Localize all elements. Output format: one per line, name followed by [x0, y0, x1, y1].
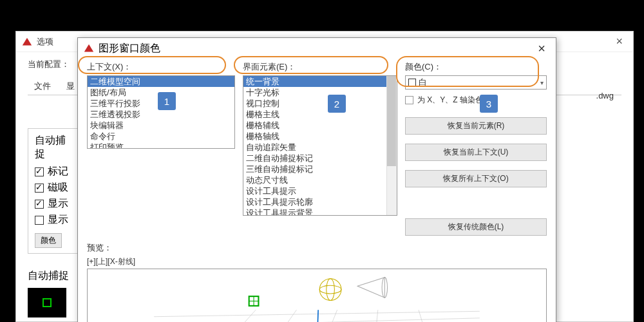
options-close-icon[interactable]: ×: [611, 35, 628, 48]
svg-line-7: [310, 310, 337, 322]
cb-mark-row[interactable]: 标记: [35, 165, 71, 178]
color-swatch-icon: [408, 79, 416, 86]
restore-button[interactable]: 恢复当前上下文(U): [405, 144, 547, 161]
cb-magnet-row[interactable]: 磁吸: [35, 181, 71, 194]
list-item[interactable]: 动态尺寸线: [243, 175, 397, 185]
cb-show2-label: 显示: [48, 213, 68, 227]
list-item[interactable]: 栅格轴线: [243, 131, 397, 142]
cb-show2-row[interactable]: 显示: [35, 213, 71, 227]
badge-1: 1: [158, 92, 176, 110]
badge-2: 2: [328, 95, 346, 113]
svg-line-8: [371, 310, 378, 322]
app-icon: [21, 36, 33, 48]
options-title: 选项: [37, 36, 53, 48]
svg-line-0: [154, 311, 480, 316]
list-item[interactable]: 十字光标: [243, 87, 397, 98]
scrollbar[interactable]: [386, 76, 397, 215]
autosnap-title: 自动捕捉: [35, 134, 71, 161]
list-item[interactable]: 三维自动捕捉标记: [243, 164, 397, 175]
app-icon: [83, 43, 95, 54]
badge-3: 3: [480, 95, 498, 113]
cb-show1-row[interactable]: 显示: [35, 197, 71, 211]
color-dialog-title: 图形窗口颜色: [99, 42, 160, 55]
color-label: 颜色(C)：: [405, 61, 547, 73]
preview-label: 预览：: [87, 242, 547, 254]
color-value: 白: [419, 77, 427, 88]
snap-preview: [28, 288, 66, 317]
cb-magnet-label: 磁吸: [48, 181, 68, 194]
checkbox-icon[interactable]: [405, 96, 413, 104]
restore-button[interactable]: 恢复所有上下文(O): [405, 170, 547, 187]
list-item[interactable]: 二维自动捕捉标记: [243, 153, 397, 164]
svg-point-15: [327, 279, 335, 301]
chevron-down-icon: ▾: [540, 79, 544, 86]
element-listbox[interactable]: 统一背景十字光标视口控制栅格主线栅格辅线栅格轴线自动追踪矢量二维自动捕捉标记三维…: [243, 75, 397, 216]
color-dialog: 图形窗口颜色 × 上下文(X)： 二维模型空间图纸/布局三维平行投影三维透视投影…: [77, 37, 556, 322]
scroll-thumb[interactable]: [387, 76, 396, 166]
color-body: 上下文(X)： 二维模型空间图纸/布局三维平行投影三维透视投影块编辑器命令行打印…: [78, 59, 556, 322]
list-item[interactable]: 统一背景: [243, 76, 397, 87]
tint-row[interactable]: 为 X、Y、Z 轴染色(T): [405, 95, 547, 106]
preview-svg: [88, 269, 546, 322]
svg-line-19: [317, 310, 318, 322]
list-item[interactable]: 栅格辅线: [243, 120, 397, 131]
svg-line-9: [419, 310, 439, 322]
context-label: 上下文(X)：: [87, 61, 235, 73]
checkbox-icon[interactable]: [35, 200, 44, 209]
close-icon[interactable]: ×: [533, 41, 551, 56]
restore-button[interactable]: 恢复传统颜色(L): [405, 218, 547, 236]
element-label: 界面元素(E)：: [243, 61, 397, 73]
list-item[interactable]: 命令行: [88, 131, 234, 142]
restore-button[interactable]: 恢复当前元素(R): [405, 117, 547, 135]
list-item[interactable]: 视口控制: [243, 98, 397, 109]
svg-point-13: [319, 279, 341, 301]
svg-line-6: [249, 310, 297, 322]
checkbox-icon[interactable]: [35, 184, 44, 193]
preview-canvas: [87, 269, 547, 322]
list-item[interactable]: 二维模型空间: [88, 76, 234, 87]
dwg-hint: .dwg: [596, 91, 614, 100]
color-combo[interactable]: 白 ▾: [405, 75, 547, 90]
autosnap-group: 自动捕捉 标记 磁吸 显示 显示 颜色: [28, 128, 78, 254]
snap-marker-icon: [43, 298, 52, 307]
list-item[interactable]: 栅格主线: [243, 109, 397, 120]
list-item[interactable]: 块编辑器: [88, 120, 234, 131]
svg-point-14: [319, 285, 341, 294]
svg-line-1: [154, 318, 480, 322]
list-item[interactable]: 设计工具提示轮廓: [243, 196, 397, 207]
color-button[interactable]: 颜色: [35, 233, 62, 248]
color-titlebar: 图形窗口颜色 ×: [78, 38, 556, 59]
checkbox-icon[interactable]: [35, 216, 44, 225]
list-item[interactable]: 设计工具提示: [243, 185, 397, 196]
list-item[interactable]: 设计工具提示背景: [243, 207, 397, 216]
cb-show1-label: 显示: [48, 197, 68, 211]
checkbox-icon[interactable]: [35, 167, 44, 176]
preview-section: 预览： [+][上][X-射线]: [87, 242, 547, 322]
context-listbox[interactable]: 二维模型空间图纸/布局三维平行投影三维透视投影块编辑器命令行打印预览: [87, 75, 235, 149]
list-item[interactable]: 三维透视投影: [88, 109, 234, 120]
list-item[interactable]: 自动追踪矢量: [243, 142, 397, 153]
preview-overlay-text: [+][上][X-射线]: [87, 256, 547, 267]
tab-file[interactable]: 文件: [28, 78, 57, 95]
list-item[interactable]: 打印预览: [88, 142, 234, 149]
cb-mark-label: 标记: [48, 165, 68, 178]
